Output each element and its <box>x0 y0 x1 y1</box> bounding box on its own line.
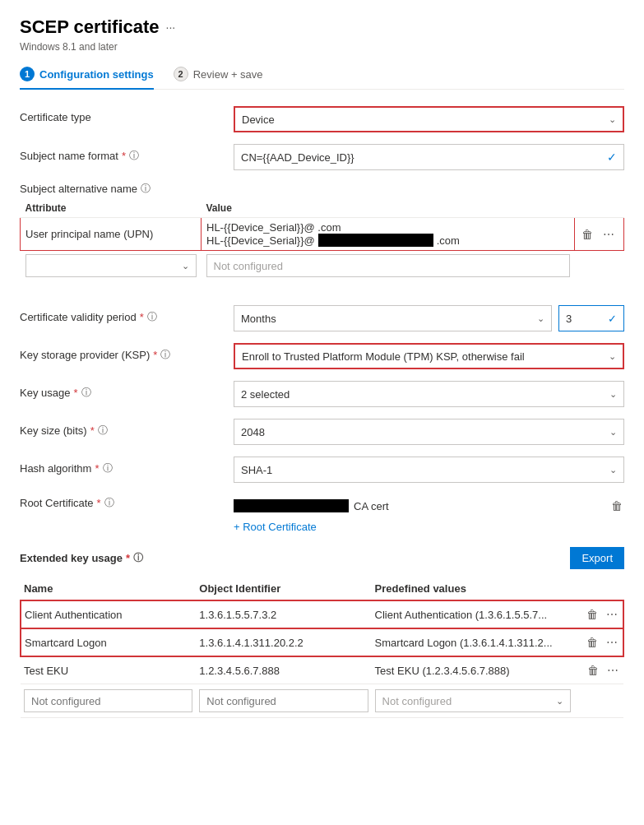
validity-unit-dropdown[interactable]: Months ⌄ <box>234 305 552 331</box>
eku-predefined-test: Test EKU (1.2.3.4.5.6.7.888) <box>372 656 574 684</box>
eku-label-row: Extended key usage * ⓘ <box>20 545 143 571</box>
eku-more-test[interactable]: ⋯ <box>605 662 620 679</box>
eku-row-actions-test: 🗑 ⋯ <box>577 662 620 679</box>
subject-name-format-dropdown[interactable]: CN={{AAD_Device_ID}} ✓ <box>234 144 624 170</box>
required-indicator: * <box>122 150 126 162</box>
validity-period-row: Certificate validity period * ⓘ Months ⌄… <box>20 305 624 331</box>
eku-row-smartcard: Smartcard Logon 1.3.6.1.4.1.311.20.2.2 S… <box>21 628 623 656</box>
eku-delete-smartcard[interactable]: 🗑 <box>585 634 600 651</box>
redacted-bar <box>318 234 433 247</box>
tab-review[interactable]: 2 Review + save <box>174 67 263 90</box>
subject-name-format-row: Subject name format * ⓘ CN={{AAD_Device_… <box>20 144 624 170</box>
san-value-upn: HL-{{Device_Serial}}@ .com HL-{{Device_S… <box>202 218 575 251</box>
hash-algorithm-dropdown[interactable]: SHA-1 ⌄ <box>234 457 624 483</box>
eku-delete-client-auth[interactable]: 🗑 <box>585 606 600 623</box>
eku-info-icon[interactable]: ⓘ <box>133 551 143 565</box>
ksp-dropdown[interactable]: Enroll to Trusted Platform Module (TPM) … <box>234 343 624 369</box>
ksp-info-icon[interactable]: ⓘ <box>160 348 170 362</box>
caret-icon: ⌄ <box>609 389 617 400</box>
root-cert-suffix: CA cert <box>354 500 389 512</box>
validity-unit-value: Months <box>241 313 276 325</box>
validity-info-icon[interactable]: ⓘ <box>147 310 157 324</box>
san-value-dropdown-empty[interactable]: Not configured <box>206 254 570 277</box>
eku-predefined-dropdown[interactable]: Not configured ⌄ <box>375 689 571 712</box>
certificate-type-row: Certificate type Device ⌄ <box>20 106 624 132</box>
required-indicator: * <box>153 349 157 361</box>
subject-name-format-control: CN={{AAD_Device_ID}} ✓ <box>234 144 624 170</box>
eku-name-test: Test EKU <box>21 656 196 684</box>
required-indicator: * <box>126 552 130 564</box>
caret-icon: ⌄ <box>556 696 563 707</box>
eku-row-actions-client-auth: 🗑 ⋯ <box>577 606 619 623</box>
key-usage-info-icon[interactable]: ⓘ <box>81 386 91 400</box>
tab-number-review: 2 <box>174 67 188 81</box>
san-row-actions: 🗑 ⋯ <box>580 226 619 243</box>
eku-table: Name Object Identifier Predefined values… <box>20 577 624 718</box>
root-cert-info-icon[interactable]: ⓘ <box>104 496 114 510</box>
san-attr-dropdown-empty[interactable]: ⌄ <box>25 254 197 277</box>
add-root-cert-link[interactable]: + Root Certificate <box>234 517 624 533</box>
eku-predefined-client-auth: Client Authentication (1.3.6.1.5.5.7... <box>372 600 574 628</box>
san-delete-button[interactable]: 🗑 <box>580 226 595 243</box>
required-indicator: * <box>73 387 77 399</box>
validity-control: Months ⌄ 3 ✓ <box>234 305 624 331</box>
eku-section: Extended key usage * ⓘ Export Name Objec… <box>20 545 624 718</box>
eku-label: Extended key usage * ⓘ <box>20 551 143 565</box>
root-cert-redacted <box>234 499 349 512</box>
san-section: Subject alternative name ⓘ Attribute Val… <box>20 182 624 280</box>
key-size-control: 2048 ⌄ <box>234 419 624 445</box>
eku-header-row: Extended key usage * ⓘ Export <box>20 545 624 571</box>
validity-number-input[interactable]: 3 ✓ <box>558 305 624 331</box>
eku-more-client-auth[interactable]: ⋯ <box>605 606 619 623</box>
san-row-upn: User principal name (UPN) HL-{{Device_Se… <box>21 218 624 251</box>
tab-configuration[interactable]: 1 Configuration settings <box>20 67 154 90</box>
subject-name-format-value: CN={{AAD_Device_ID}} <box>241 151 354 164</box>
tab-label-config: Configuration settings <box>39 68 154 81</box>
eku-row-client-auth: Client Authentication 1.3.6.1.5.5.7.3.2 … <box>21 600 623 628</box>
eku-row-actions-smartcard: 🗑 ⋯ <box>577 634 619 651</box>
validity-label: Certificate validity period * ⓘ <box>20 305 234 324</box>
eku-predefined-smartcard: Smartcard Logon (1.3.6.1.4.1.311.2... <box>372 628 574 656</box>
ksp-label: Key storage provider (KSP) * ⓘ <box>20 343 234 362</box>
hash-algorithm-label: Hash algorithm * ⓘ <box>20 457 234 475</box>
caret-icon: ⌄ <box>609 114 616 125</box>
info-icon[interactable]: ⓘ <box>129 149 139 163</box>
caret-icon: ⌄ <box>609 351 616 362</box>
eku-delete-test[interactable]: 🗑 <box>586 662 600 679</box>
hash-info-icon[interactable]: ⓘ <box>103 461 113 475</box>
root-cert-delete-button[interactable]: 🗑 <box>609 498 624 514</box>
eku-col-name: Name <box>21 577 196 600</box>
export-button[interactable]: Export <box>570 547 624 569</box>
root-cert-label: Root Certificate * ⓘ <box>20 494 234 510</box>
more-options-icon[interactable]: ··· <box>166 21 176 34</box>
eku-empty-row: Not configured ⌄ <box>21 684 623 718</box>
key-usage-value: 2 selected <box>241 388 290 401</box>
eku-oid-input[interactable] <box>199 689 368 712</box>
eku-more-smartcard[interactable]: ⋯ <box>605 634 619 651</box>
eku-table-header: Name Object Identifier Predefined values <box>21 577 623 600</box>
certificate-type-dropdown[interactable]: Device ⌄ <box>234 106 624 132</box>
root-cert-row: Root Certificate * ⓘ CA cert 🗑 + Root Ce… <box>20 494 624 533</box>
key-usage-label: Key usage * ⓘ <box>20 381 234 400</box>
key-size-row: Key size (bits) * ⓘ 2048 ⌄ <box>20 419 624 445</box>
san-attr-header: Attribute <box>21 199 202 218</box>
tabs-container: 1 Configuration settings 2 Review + save <box>20 66 624 90</box>
san-empty-placeholder: Not configured <box>214 260 284 272</box>
hash-algorithm-value: SHA-1 <box>241 464 272 476</box>
page-title: SCEP certificate <box>20 16 160 38</box>
certificate-type-value: Device <box>242 114 275 126</box>
san-info-icon[interactable]: ⓘ <box>141 182 151 196</box>
san-more-button[interactable]: ⋯ <box>601 226 616 243</box>
check-icon: ✓ <box>607 151 617 164</box>
san-table: Attribute Value User principal name (UPN… <box>20 199 624 280</box>
validity-number-value: 3 <box>566 313 572 325</box>
key-size-dropdown[interactable]: 2048 ⌄ <box>234 419 624 445</box>
eku-name-client-auth: Client Authentication <box>21 600 196 628</box>
key-size-info-icon[interactable]: ⓘ <box>98 424 108 438</box>
san-value-header: Value <box>202 199 575 218</box>
eku-name-input[interactable] <box>24 689 192 712</box>
tab-number-config: 1 <box>20 67 35 81</box>
caret-icon-empty: ⌄ <box>182 261 189 271</box>
key-usage-dropdown[interactable]: 2 selected ⌄ <box>234 381 624 407</box>
root-cert-name: CA cert <box>234 499 389 512</box>
